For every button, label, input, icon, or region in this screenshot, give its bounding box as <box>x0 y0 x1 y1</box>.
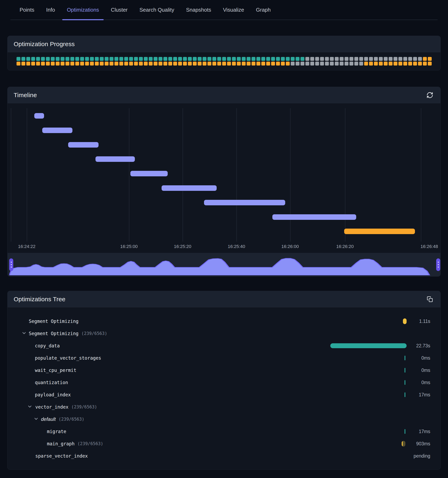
gantt-gridline <box>345 108 345 242</box>
tree-row-value: 0ms <box>381 380 430 385</box>
progress-cell-gray <box>325 62 329 65</box>
timeline-minimap[interactable] <box>7 253 441 276</box>
tree-row-count: (239/6563) <box>59 417 84 422</box>
progress-cell-gray <box>359 57 363 61</box>
tab-search-quality[interactable]: Search Quality <box>134 0 180 19</box>
progress-cell-teal <box>261 57 265 61</box>
chevron-down-icon[interactable] <box>33 416 39 422</box>
progress-cell-gray <box>320 62 324 65</box>
progress-cell-gray <box>354 57 358 61</box>
tab-info[interactable]: Info <box>40 0 61 19</box>
copy-button[interactable] <box>425 295 434 304</box>
timeline-card: Timeline 16:24:2216:25:0016:25:2016:25:4… <box>7 87 441 277</box>
gantt-gridline <box>129 108 129 242</box>
progress-cell-yellow <box>212 62 216 65</box>
progress-cell-yellow <box>124 62 128 65</box>
progress-cell-teal <box>183 57 187 61</box>
tab-optimizations[interactable]: Optimizations <box>61 0 105 19</box>
progress-cell-teal <box>36 57 40 61</box>
chevron-down-icon[interactable] <box>27 404 32 410</box>
tab-points[interactable]: Points <box>14 0 40 19</box>
axis-tick-label: 16:24:22 <box>18 244 36 249</box>
axis-tick-label: 16:25:20 <box>174 244 191 249</box>
progress-cell-teal <box>124 57 128 61</box>
progress-cell-teal <box>178 57 182 61</box>
tree-card-title: Optimizations Tree <box>14 296 65 303</box>
tree-row-value: 0ms <box>381 368 430 373</box>
brush-handle-right[interactable] <box>436 258 440 271</box>
progress-cell-gray <box>320 57 324 61</box>
progress-cell-yellow <box>51 62 55 65</box>
tree-row-label: quantization <box>35 380 68 385</box>
progress-cell-teal <box>207 57 211 61</box>
progress-cell-teal <box>247 57 250 61</box>
progress-cell-teal <box>276 57 280 61</box>
progress-cell-teal <box>56 57 60 61</box>
optimization-progress-card: Optimization Progress <box>7 36 441 70</box>
axis-tick-label: 16:26:48 <box>420 244 438 249</box>
progress-cell-yellow <box>129 62 133 65</box>
axis-tick-label: 16:26:00 <box>281 244 299 249</box>
progress-cell-yellow <box>252 62 255 65</box>
gantt-bar-2 <box>42 128 72 133</box>
minimap-area-chart <box>9 256 434 275</box>
gantt-chart: 16:24:2216:25:0016:25:2016:25:4016:26:00… <box>7 103 441 253</box>
tab-label: Visualize <box>223 7 244 13</box>
tree-row-populate-vector-storages: populate_vector_storages0ms <box>7 352 441 364</box>
tree-row-label: copy_data <box>35 343 60 348</box>
progress-cell-teal <box>193 57 197 61</box>
progress-cell-yellow <box>188 62 192 65</box>
tab-snapshots[interactable]: Snapshots <box>180 0 217 19</box>
progress-cell-teal <box>227 57 231 61</box>
progress-card-title: Optimization Progress <box>14 41 75 48</box>
progress-cell-gray <box>384 57 388 61</box>
gantt-gridline <box>421 108 421 242</box>
tree-row-payload-index: payload_index17ms <box>7 389 441 401</box>
refresh-icon <box>426 92 433 99</box>
refresh-button[interactable] <box>425 91 434 100</box>
progress-cell-teal <box>159 57 162 61</box>
nav-tabs: PointsInfoOptimizationsClusterSearch Qua… <box>10 0 438 19</box>
progress-cell-teal <box>114 57 118 61</box>
tree-body: Segment Optimizing1.11sSegment Optimizin… <box>7 307 441 469</box>
gantt-gridline <box>11 108 11 242</box>
progress-cell-yellow <box>178 62 182 65</box>
progress-cell-teal <box>217 57 221 61</box>
progress-cell-yellow <box>85 62 89 65</box>
progress-cell-gray <box>389 57 392 61</box>
progress-row-1 <box>17 57 431 61</box>
progress-cell-yellow <box>398 62 402 65</box>
progress-cell-yellow <box>193 62 197 65</box>
progress-cell-yellow <box>242 62 246 65</box>
gantt-bar-5 <box>130 171 168 176</box>
progress-cell-teal <box>291 57 295 61</box>
progress-cell-teal <box>237 57 241 61</box>
tree-row-migrate: migrate17ms <box>7 425 441 438</box>
tab-label: Info <box>46 7 55 13</box>
chevron-down-icon[interactable] <box>21 330 27 337</box>
progress-cell-teal <box>85 57 89 61</box>
tree-row-value: 17ms <box>381 392 430 398</box>
progress-cell-gray <box>398 57 402 61</box>
progress-card-header: Optimization Progress <box>7 36 441 52</box>
progress-cell-yellow <box>222 62 226 65</box>
progress-cell-yellow <box>217 62 221 65</box>
progress-cell-gray <box>403 57 407 61</box>
tree-row-value: 903ms <box>381 441 430 447</box>
tab-graph[interactable]: Graph <box>250 0 277 19</box>
progress-cell-gray <box>330 57 334 61</box>
progress-cell-gray <box>374 57 378 61</box>
tree-row-default[interactable]: default(239/6563) <box>7 413 441 425</box>
tree-row-vector-index[interactable]: vector_index(239/6563) <box>7 401 441 413</box>
progress-cell-gray <box>335 62 339 65</box>
tree-row-segment-optimizing[interactable]: Segment Optimizing(239/6563) <box>7 327 441 340</box>
brush-handle-left[interactable] <box>9 258 13 271</box>
tab-cluster[interactable]: Cluster <box>105 0 133 19</box>
progress-cell-teal <box>105 57 109 61</box>
tree-row-label: populate_vector_storages <box>35 355 101 361</box>
progress-cell-yellow <box>256 62 260 65</box>
tab-visualize[interactable]: Visualize <box>217 0 250 19</box>
progress-cell-teal <box>266 57 270 61</box>
tab-label: Search Quality <box>140 7 174 13</box>
tree-row-quantization: quantization0ms <box>7 376 441 389</box>
